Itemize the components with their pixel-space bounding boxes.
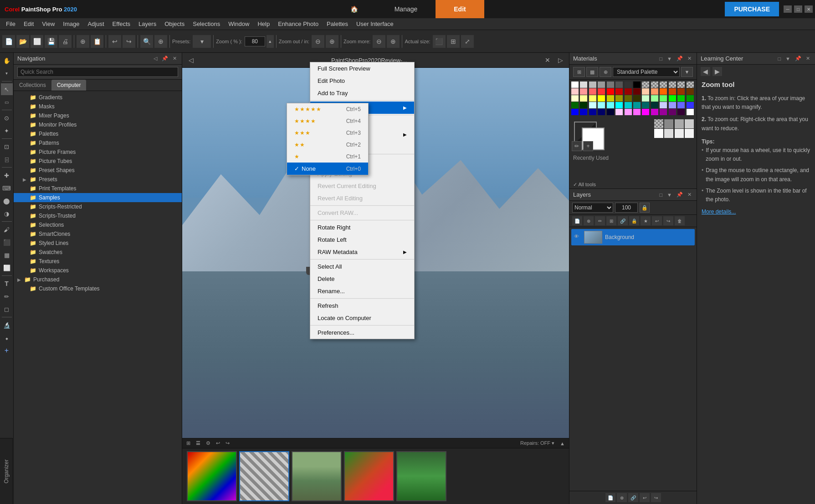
nav-panel-close[interactable]: ✕ <box>171 55 178 62</box>
all-tools-check[interactable]: ✓ All tools <box>569 181 697 188</box>
tool-shape[interactable]: ◻ <box>1 303 13 315</box>
layer-effects[interactable]: ★ <box>641 216 651 225</box>
palette-select[interactable]: Standard Palette <box>613 67 680 77</box>
pal-color-btn[interactable]: ⊕ <box>600 67 611 77</box>
folder-scripts-restricted[interactable]: 📁 Scripts-Restricted <box>14 202 182 211</box>
maximize-button[interactable]: □ <box>794 5 802 13</box>
swatch-lgreen1[interactable] <box>642 95 649 102</box>
swatch-orange5[interactable] <box>677 88 685 95</box>
cs7[interactable] <box>685 129 694 138</box>
toolbar-zoom-out[interactable]: ⊕ <box>154 35 167 48</box>
swatch-yellow5[interactable] <box>615 95 623 102</box>
swatch-brown1[interactable] <box>687 88 694 95</box>
ctx-rename[interactable]: Rename... <box>310 285 414 297</box>
swatch-yellow2[interactable] <box>589 95 596 102</box>
swatch-red2[interactable] <box>598 88 605 95</box>
rating-2-stars[interactable]: ★★ Ctrl+2 <box>287 139 368 151</box>
swatch-lgray2[interactable] <box>589 81 596 88</box>
thumb-ctrl-list[interactable]: ☰ <box>194 440 202 447</box>
zoom-input[interactable] <box>245 36 265 46</box>
swatch-pink2[interactable] <box>580 88 587 95</box>
swatch-blue5[interactable] <box>589 109 596 115</box>
swatch-magenta1[interactable] <box>625 109 632 115</box>
menu-file[interactable]: File <box>2 19 19 29</box>
swatch-olive1[interactable] <box>625 95 632 102</box>
tool-heal[interactable]: ✚ <box>1 169 13 181</box>
thumbnail-5[interactable] <box>396 451 446 501</box>
swatch-red6[interactable] <box>633 88 641 95</box>
tool-draw[interactable]: ✏ <box>1 290 13 302</box>
toolbar-redo[interactable]: ↪ <box>123 35 135 48</box>
tab-edit[interactable]: Edit <box>436 0 484 18</box>
tool-text[interactable]: T <box>1 278 13 290</box>
layer-edit[interactable]: ✏ <box>595 216 605 225</box>
tool-pan[interactable]: ✋ <box>1 55 13 66</box>
layer-bottom-btn1[interactable]: 📄 <box>605 493 615 502</box>
swatch-lmagenta[interactable] <box>615 109 623 115</box>
folder-picture-tubes[interactable]: 📁 Picture Tubes <box>14 157 182 166</box>
swatch-checker5[interactable] <box>677 81 685 88</box>
mat-pin[interactable]: 📌 <box>675 55 684 62</box>
layer-merge[interactable]: ⊞ <box>606 216 616 225</box>
folder-mixer-pages[interactable]: 📁 Mixer Pages <box>14 111 182 120</box>
opacity-input[interactable] <box>615 203 638 213</box>
lc-pin[interactable]: 📌 <box>794 55 803 62</box>
mat-close[interactable]: ✕ <box>686 55 693 62</box>
swatch-blue7[interactable] <box>607 109 614 115</box>
thumb-ctrl-settings[interactable]: ⚙ <box>204 440 212 447</box>
swatch-yellow4[interactable] <box>607 95 614 102</box>
thumbnail-2[interactable] <box>239 451 289 501</box>
purchase-button[interactable]: PURCHASE <box>725 2 779 16</box>
folder-textures[interactable]: 📁 Textures <box>14 257 182 266</box>
ctx-select-all[interactable]: Select All <box>310 260 414 273</box>
menu-effects[interactable]: Effects <box>109 19 134 29</box>
mat-restore[interactable]: □ <box>658 56 664 62</box>
menu-selections[interactable]: Selections <box>189 19 224 29</box>
swatch-blue6[interactable] <box>598 109 605 115</box>
swatch-blue4[interactable] <box>580 109 587 115</box>
close-button[interactable]: ✕ <box>805 5 813 13</box>
cs1[interactable] <box>664 119 673 128</box>
folder-palettes[interactable]: 📁 Palettes <box>14 129 182 138</box>
tab-computer[interactable]: Computer <box>51 80 87 91</box>
zoom-more-in[interactable]: ⊕ <box>387 35 400 48</box>
tool-clone[interactable]: ⌨ <box>1 182 13 194</box>
swatch-green5[interactable] <box>571 102 579 108</box>
folder-swatches[interactable]: 📁 Swatches <box>14 248 182 257</box>
thumbnail-1[interactable] <box>187 451 237 501</box>
layer-copy[interactable]: ⊕ <box>584 216 594 225</box>
layers-menu[interactable]: ▼ <box>666 192 673 198</box>
swatch-black[interactable] <box>633 81 641 88</box>
folder-selections[interactable]: 📁 Selections <box>14 220 182 229</box>
thumb-ctrl-undo[interactable]: ↩ <box>214 440 222 447</box>
toolbar-save[interactable]: 💾 <box>45 35 57 48</box>
folder-samples[interactable]: 📁 Samples <box>14 193 182 202</box>
zoom-stepper-up[interactable]: ▲ <box>267 35 274 48</box>
arrow-left-btn[interactable]: ◁ <box>185 54 197 66</box>
swatch-checker[interactable] <box>642 81 649 88</box>
lc-more-details-link[interactable]: More details... <box>702 208 810 216</box>
tool-paint[interactable]: 🖌 <box>1 224 13 235</box>
toolbar-open2[interactable]: ⬜ <box>31 35 43 48</box>
ctx-refresh[interactable]: Refresh <box>310 300 414 312</box>
toolbar-open[interactable]: 📂 <box>16 35 29 48</box>
layers-pin[interactable]: 📌 <box>675 191 684 198</box>
rating-none[interactable]: ✓ None Ctrl+0 <box>287 163 368 175</box>
search-input[interactable] <box>17 67 178 77</box>
toolbar-zoom-in[interactable]: 🔍 <box>140 35 153 48</box>
swatch-magenta7[interactable] <box>677 109 685 115</box>
menu-window[interactable]: Window <box>225 19 253 29</box>
toolbar-print[interactable]: 🖨 <box>59 35 72 48</box>
folder-purchased[interactable]: ▶ 📁 Purchased <box>14 275 182 284</box>
minimize-button[interactable]: ─ <box>784 5 792 13</box>
swatch-yellow3[interactable] <box>598 95 605 102</box>
image-close-btn[interactable]: ✕ <box>541 54 554 66</box>
ctx-locate-on-computer[interactable]: Locate on Computer <box>310 312 414 324</box>
opacity-lock[interactable]: 🔒 <box>640 203 650 213</box>
swatch-yellow1[interactable] <box>580 95 587 102</box>
toolbar-undo[interactable]: ↩ <box>108 35 121 48</box>
swatch-checker3[interactable] <box>660 81 667 88</box>
mat-menu[interactable]: ▼ <box>666 56 673 62</box>
tab-collections[interactable]: Collections <box>14 80 51 91</box>
layers-close[interactable]: ✕ <box>686 191 693 198</box>
